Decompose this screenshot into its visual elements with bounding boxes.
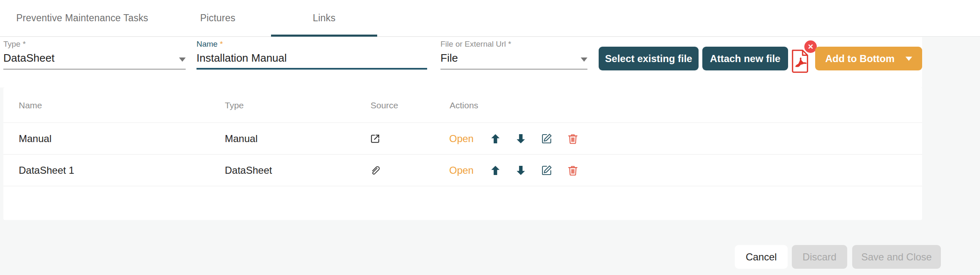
tab-links[interactable]: Links: [271, 0, 377, 36]
chevron-down-icon: [581, 58, 587, 62]
add-to-bottom-label: Add to Bottom: [825, 53, 895, 65]
add-to-bottom-button[interactable]: Add to Bottom: [815, 47, 922, 70]
table-header-row: Name Type Source Actions: [3, 88, 922, 123]
paperclip-icon: [369, 164, 381, 177]
row-name-cell: DataSheet 1: [19, 155, 74, 186]
tab-label: Links: [313, 12, 336, 24]
type-field-value: DataSheet: [3, 52, 55, 65]
select-existing-file-button[interactable]: Select existing file: [599, 47, 699, 70]
pdf-file-icon: [790, 49, 809, 73]
tab-label: Preventive Maintenance Tasks: [16, 12, 148, 24]
edit-button[interactable]: [540, 164, 553, 177]
arrow-down-icon: [515, 165, 527, 176]
arrow-up-icon: [490, 165, 501, 176]
row-type-cell: Manual: [225, 123, 258, 155]
links-table: Name Type Source Actions Manual Manual O…: [3, 88, 922, 220]
delete-button[interactable]: [567, 164, 579, 177]
empty-table-row: [3, 186, 922, 220]
type-select-field[interactable]: Type * DataSheet: [3, 40, 186, 70]
table-row: DataSheet 1 DataSheet Open: [3, 155, 922, 186]
external-link-icon: [369, 132, 381, 145]
column-header-type: Type: [225, 88, 244, 123]
arrow-down-icon: [515, 133, 527, 145]
tab-bar: Preventive Maintenance Tasks Pictures Li…: [0, 0, 980, 37]
open-link[interactable]: Open: [449, 133, 474, 145]
edit-pencil-icon: [540, 164, 553, 177]
name-field-value: Installation Manual: [196, 52, 287, 65]
file-or-url-select-field[interactable]: File or External Url * File: [440, 40, 587, 70]
file-or-url-field-value: File: [440, 52, 458, 65]
name-field-label: Name *: [196, 40, 427, 49]
column-header-actions: Actions: [450, 88, 478, 123]
attach-new-file-button[interactable]: Attach new file: [702, 47, 788, 70]
file-or-url-select-control[interactable]: File: [440, 52, 587, 70]
column-header-source: Source: [371, 88, 398, 123]
row-actions: Open: [449, 123, 579, 155]
edit-pencil-icon: [540, 132, 553, 145]
table-row: Manual Manual Open: [3, 123, 922, 155]
links-editor-page: Preventive Maintenance Tasks Pictures Li…: [0, 0, 980, 275]
link-form: Type * DataSheet Name * Installation Man…: [0, 37, 922, 88]
move-down-button[interactable]: [515, 165, 527, 176]
type-field-label: Type *: [3, 40, 186, 49]
attached-pdf-chip: ✕: [790, 40, 818, 75]
open-link[interactable]: Open: [449, 165, 474, 176]
tab-label: Pictures: [200, 12, 236, 24]
save-and-close-button[interactable]: Save and Close: [852, 245, 941, 269]
chevron-down-icon: [905, 57, 912, 61]
trash-icon: [567, 164, 579, 177]
chevron-down-icon: [179, 58, 186, 62]
move-down-button[interactable]: [515, 133, 527, 145]
delete-button[interactable]: [567, 132, 579, 145]
move-up-button[interactable]: [490, 133, 501, 145]
arrow-up-icon: [490, 133, 501, 145]
edit-button[interactable]: [540, 132, 553, 145]
name-input-control[interactable]: Installation Manual: [196, 52, 427, 70]
tab-preventive-maintenance-tasks[interactable]: Preventive Maintenance Tasks: [0, 0, 164, 36]
x-icon: ✕: [808, 42, 813, 51]
row-name-cell: Manual: [19, 123, 52, 155]
tab-pictures[interactable]: Pictures: [164, 0, 271, 36]
type-select-control[interactable]: DataSheet: [3, 52, 186, 70]
name-input-field[interactable]: Name * Installation Manual: [196, 40, 427, 70]
row-type-cell: DataSheet: [225, 155, 272, 186]
cancel-button[interactable]: Cancel: [735, 245, 788, 269]
column-header-name: Name: [19, 88, 42, 123]
discard-button[interactable]: Discard: [792, 245, 847, 269]
trash-icon: [567, 132, 579, 145]
row-actions: Open: [449, 155, 579, 186]
move-up-button[interactable]: [490, 165, 501, 176]
file-or-url-field-label: File or External Url *: [440, 40, 587, 49]
